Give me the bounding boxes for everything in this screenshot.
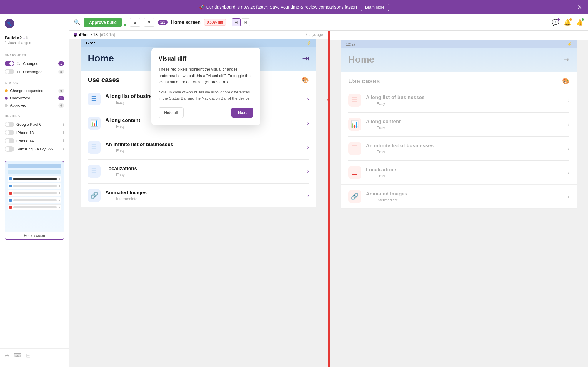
home-title-right: Home <box>348 54 374 65</box>
device-row-iphone14: iPhone 14 ℹ <box>5 137 64 145</box>
samsung-toggle[interactable] <box>5 146 14 152</box>
list-item-icon-0-left: ☰ <box>88 93 101 105</box>
list-item-content-2-right: An infinite list of businesses — — Easy <box>366 143 563 154</box>
thumb-row-icon-1 <box>9 177 12 180</box>
list-item-4-right[interactable]: 🔗 Animated Images — — Intermediate › <box>341 185 577 209</box>
list-item-3-right[interactable]: ☰ Localizations — — Easy › <box>341 161 577 185</box>
hide-all-button[interactable]: Hide all <box>159 107 184 118</box>
device-iphone14-label: iPhone 14 <box>16 139 34 143</box>
list-item-1-right[interactable]: 📊 A long content — — Easy › <box>341 113 577 136</box>
thumbs-up-button[interactable]: 👍 <box>576 19 583 26</box>
build-subtitle: 1 visual changes <box>5 41 64 45</box>
sidebar-toggle-icon[interactable]: ⊟ <box>26 352 31 359</box>
device-dot: ● <box>74 33 77 36</box>
banner-close-button[interactable]: ✕ <box>577 4 582 11</box>
right-use-cases-header: Use cases 🎨 <box>341 72 577 88</box>
list-item-2-right[interactable]: ☰ An infinite list of businesses — — Eas… <box>341 137 577 160</box>
list-item-4-left[interactable]: 🔗 Animated Images — — Intermediate › <box>81 184 316 207</box>
right-status-bar: 12:27 ⚡ <box>341 40 577 48</box>
keyboard-icon[interactable]: ⌨ <box>14 352 21 359</box>
thumb-row-5 <box>8 204 61 210</box>
list-item-arrow-2-right: › <box>568 145 569 152</box>
build-info: Build #2 ● ℹ 1 visual changes <box>0 33 69 50</box>
easy-dashes-1-right: — — <box>366 125 376 130</box>
snapshot-thumb-content <box>5 161 64 232</box>
split-view-button[interactable]: ⊟ <box>232 18 241 26</box>
approved-row: Approved 0 <box>5 102 64 109</box>
changed-label: Changed <box>23 61 39 66</box>
palette-icon-right: 🎨 <box>562 78 569 85</box>
home-nav-icon-left[interactable]: ⇥ <box>302 53 309 63</box>
iphone14-toggle[interactable] <box>5 138 14 143</box>
unchanged-toggle[interactable] <box>5 69 14 74</box>
device-row-pixel6: Google Pixel 6 ℹ <box>5 120 64 128</box>
changed-toggle[interactable] <box>5 61 14 66</box>
pixel6-toggle[interactable] <box>5 122 14 127</box>
device-iphone13-label: iPhone 13 <box>16 130 34 135</box>
next-button[interactable]: Next <box>231 108 253 118</box>
list-item-3-left[interactable]: ☰ Localizations — — Easy › <box>81 160 316 183</box>
easy-dashes-2-left: — — <box>105 148 115 153</box>
top-banner: 🚀 Our dashboard is now 2x faster! Save y… <box>0 0 588 14</box>
list-item-arrow-1-right: › <box>568 121 569 128</box>
sun-icon[interactable]: ✳ <box>5 352 9 359</box>
unreviewed-label: Unreviewed <box>10 96 30 100</box>
difficulty-2-right: Easy <box>377 150 385 154</box>
thumb-row-text-1 <box>13 178 57 180</box>
status-time-right: 12:27 <box>346 42 356 46</box>
main-layout: 🐾 Build #2 ● ℹ 1 visual changes Snapshot… <box>0 14 588 367</box>
unchanged-label: Unchanged <box>23 70 43 74</box>
status-section-title: Status <box>5 81 64 85</box>
search-button[interactable]: 🔍 <box>74 19 80 26</box>
list-item-icon-0-right: ☰ <box>348 94 361 107</box>
difficulty-1-left: Easy <box>116 124 125 129</box>
nav-up-button[interactable]: ▲ <box>130 18 140 27</box>
list-item-arrow-2-left: › <box>307 144 309 150</box>
changes-requested-count: 0 <box>58 89 64 93</box>
alert-button[interactable]: 🔔 <box>564 19 571 26</box>
approve-build-button[interactable]: Approve build <box>84 18 122 27</box>
thumb-row-icon-4 <box>9 199 12 202</box>
thumb-arrow-3 <box>58 192 60 194</box>
banner-text: 🚀 Our dashboard is now 2x faster! Save y… <box>199 4 357 10</box>
status-time-left: 12:27 <box>85 41 95 45</box>
learn-more-button[interactable]: Learn more <box>361 4 389 11</box>
list-item-title-1-right: A long content <box>366 119 563 125</box>
list-item-2-left[interactable]: ☰ An infinite list of businesses — — Eas… <box>81 135 316 159</box>
thumb-row-3 <box>8 190 61 196</box>
iphone13-toggle[interactable] <box>5 130 14 135</box>
easy-dashes-3-right: — — <box>366 174 376 178</box>
overlay-view-button[interactable]: ⊡ <box>241 18 250 26</box>
dialog-body: These red pixels highlight the visual ch… <box>159 66 253 85</box>
thumb-title-bar <box>8 170 61 174</box>
list-item-subtitle-1-right: — — Easy <box>366 125 563 130</box>
thumb-row-text-3 <box>13 192 57 194</box>
list-item-subtitle-4-right: — — Intermediate <box>366 198 563 202</box>
right-screenshot-panel: 12:27 ⚡ Home ⇥ Use cases 🎨 <box>330 31 588 367</box>
chat-button[interactable]: 💬 <box>552 19 559 26</box>
list-item-subtitle-1-left: — — Easy <box>105 124 302 129</box>
snapshot-label: Home screen <box>5 232 64 239</box>
list-item-0-right[interactable]: ☰ A long list of businesses — — Easy › <box>341 88 577 112</box>
list-item-title-4-right: Animated Images <box>366 191 563 197</box>
list-item-icon-4-left: 🔗 <box>88 189 101 202</box>
samsung-info-icon[interactable]: ℹ <box>63 147 64 151</box>
view-toggle-group: ⊟ ⊡ <box>232 18 250 26</box>
thumb-row-4 <box>8 197 61 203</box>
info-icon[interactable]: ℹ <box>26 36 28 40</box>
difficulty-3-right: Easy <box>377 174 385 178</box>
snapshot-thumbnail[interactable]: Home screen <box>5 161 64 240</box>
easy-dashes-4-right: — — <box>366 198 376 202</box>
home-nav-icon-right[interactable]: ⇥ <box>564 56 569 64</box>
dialog-note: Note: In case of App builds we auto igno… <box>159 89 253 102</box>
iphone14-info-icon[interactable]: ℹ <box>63 139 64 143</box>
right-device-header <box>330 31 588 40</box>
status-icon-right: ⚡ <box>567 42 572 46</box>
difficulty-2-left: Easy <box>116 148 125 153</box>
list-item-subtitle-4-left: — — Intermediate <box>105 197 302 201</box>
pixel6-info-icon[interactable]: ℹ <box>63 122 64 127</box>
nav-down-button[interactable]: ▼ <box>144 18 154 27</box>
iphone13-info-icon[interactable]: ℹ <box>63 130 64 135</box>
sidebar: 🐾 Build #2 ● ℹ 1 visual changes Snapshot… <box>0 14 69 367</box>
easy-dashes-2-right: — — <box>366 150 376 154</box>
